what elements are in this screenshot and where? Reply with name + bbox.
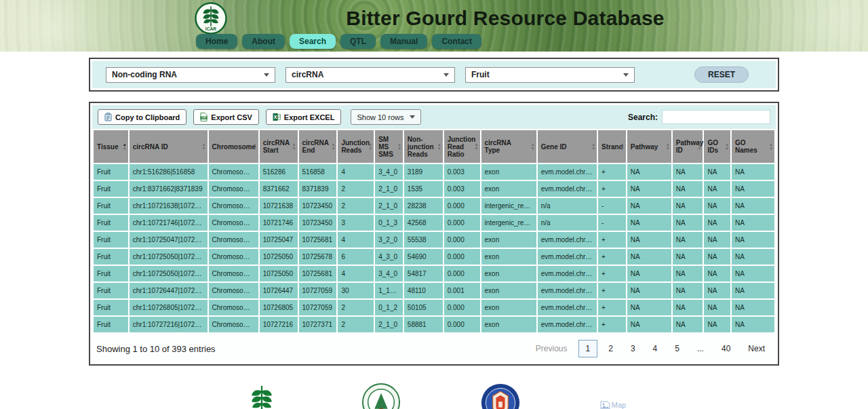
pagination-page-4[interactable]: 4 [646,340,665,357]
sort-icon: ▲▼ [666,142,670,151]
column-header-label: circRNA ID [133,143,168,151]
export-csv-button[interactable]: CSV Export CSV [193,109,259,125]
table-cell: Fruit [94,198,128,214]
table-cell: NA [627,266,671,281]
show-rows-select[interactable]: Show 10 rows [351,109,420,125]
table-cell: Chromosome1 [209,198,258,214]
table-cell: NA [732,266,774,281]
pagination-page-40[interactable]: 40 [715,340,737,357]
column-header-tissue[interactable]: Tissue▲▼ [94,130,128,163]
nav-tab-qtl[interactable]: QTL [340,34,376,49]
table-cell: 0.003 [444,181,480,197]
nav-tab-about[interactable]: About [242,34,285,49]
table-cell: intergenic_region [481,215,536,231]
column-header-non-junction-reads[interactable]: Non-junction Reads▲▼ [404,130,443,163]
table-cell: - [598,215,626,231]
table-cell: NA [627,317,671,332]
sort-icon: ▲▼ [620,142,625,151]
nav-tab-contact[interactable]: Contact [432,34,481,49]
table-cell: 10726447 [260,283,298,298]
table-cell: chr1:516286|516858 [130,164,208,180]
export-excel-label: Export EXCEL [284,113,335,121]
table-cell: evm.model.chr1.1647 [538,283,597,298]
filter-bar: Non-coding RNA circRNA Fruit RESET [92,61,776,88]
table-cell: NA [704,300,730,315]
table-cell: chr1:10726447|10727059 [130,283,208,298]
table-cell: NA [627,215,671,231]
nav-tab-search[interactable]: Search [290,34,336,49]
column-header-go-ids[interactable]: GO IDs▲▼ [704,130,730,163]
table-row: Fruitchr1:10725047|10725681Chromosome110… [94,232,774,248]
table-cell: NA [673,181,703,197]
table-cell: intergenic_region [481,198,536,214]
table-cell: + [598,283,626,298]
column-header-circrna-end[interactable]: circRNA End▲▼ [299,130,337,163]
column-header-circrna-type[interactable]: circRNA Type▲▼ [481,130,536,163]
table-cell: NA [732,283,774,298]
column-header-gene-id[interactable]: Gene ID▲▼ [538,130,597,163]
table-cell: NA [732,232,774,248]
table-cell: 42568 [404,215,443,231]
table-cell: Chromosome1 [209,232,258,248]
table-cell: chr1:8371662|8371839 [130,181,208,197]
table-cell: NA [627,198,671,214]
column-header-sm-ms-sms[interactable]: SM MS SMS▲▼ [375,130,403,163]
table-cell: Chromosome1 [209,266,258,281]
table-cell: 8371839 [299,181,337,197]
column-header-pathway-id[interactable]: Pathway ID▲▼ [673,130,703,163]
column-header-label: circRNA End [302,139,329,154]
column-header-pathway[interactable]: Pathway▲▼ [627,130,671,163]
table-cell: Fruit [94,300,128,315]
table-cell: + [598,232,626,248]
column-header-circrna-id[interactable]: circRNA ID▲▼ [130,130,208,163]
table-header-row: Tissue▲▼circRNA ID▲▼Chromosome▲▼circRNA … [94,130,774,163]
table-footer: Showing 1 to 10 of 393 entries Previous … [92,334,776,362]
rna-type-select[interactable]: circRNA [285,67,455,83]
table-cell: 2 [338,198,374,214]
pagination-page-2[interactable]: 2 [601,340,620,357]
table-cell: 0_1_3 [375,215,403,231]
table-cell: 10723450 [299,198,337,214]
table-cell: evm.model.chr1.83 [538,164,597,180]
column-header-junction-read-ratio[interactable]: Junction Read Ratio▲▼ [444,130,480,163]
tissue-select[interactable]: Fruit [465,67,635,83]
pagination-page-5[interactable]: 5 [668,340,686,357]
search-input[interactable] [662,110,770,124]
column-header-label: Non-junction Reads [408,136,434,158]
table-cell: 2_1_0 [375,198,403,214]
export-excel-button[interactable]: X Export EXCEL [266,109,342,125]
export-csv-label: Export CSV [211,113,252,121]
table-cell: NA [673,300,703,315]
table-cell: NA [704,266,730,281]
category-select[interactable]: Non-coding RNA [106,67,275,83]
column-header-go-names[interactable]: GO Names▲▼ [732,130,774,163]
pagination-page-1[interactable]: 1 [578,340,598,357]
table-cell: 54817 [404,266,443,281]
table-cell: NA [673,198,703,214]
column-header-junction-reads[interactable]: Junction Reads▲▼ [338,130,374,163]
column-header-strand[interactable]: Strand▲▼ [598,130,626,163]
pagination-page-3[interactable]: 3 [624,340,642,357]
pagination-previous[interactable]: Previous [529,340,574,357]
filter-panel: Non-coding RNA circRNA Fruit RESET [89,58,779,92]
pagination-next[interactable]: Next [741,340,772,357]
table-row: Fruitchr1:516286|516858Chromosome1516286… [94,164,774,180]
column-header-chromosome[interactable]: Chromosome▲▼ [209,130,258,163]
column-header-label: Junction Reads [341,139,370,154]
table-cell: 10727371 [299,317,337,332]
copy-to-clipboard-button[interactable]: Copy to Clipboard [98,109,186,125]
table-cell: 3_4_0 [375,164,403,180]
clipboard-icon [104,113,112,121]
table-cell: chr1:10726805|10727059 [130,300,208,315]
table-cell: 0.001 [444,283,480,298]
table-cell: exon [481,232,536,248]
nav-tab-manual[interactable]: Manual [380,34,427,49]
table-cell: NA [732,317,774,332]
sort-icon: ▲▼ [123,142,127,151]
column-header-label: Pathway [631,143,658,151]
table-cell: 0.000 [444,249,480,265]
nav-tab-home[interactable]: Home [196,34,237,49]
reset-button[interactable]: RESET [694,66,749,83]
table-cell: evm.model.chr1.1647 [538,300,597,315]
column-header-circrna-start[interactable]: circRNA Start▲▼ [260,130,298,163]
